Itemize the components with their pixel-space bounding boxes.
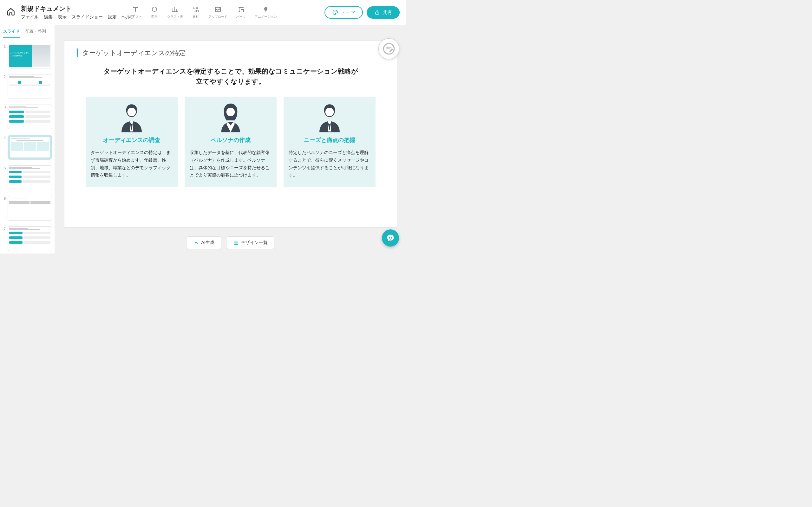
tool-anim[interactable]: アニメーション bbox=[255, 6, 277, 19]
anim-icon bbox=[262, 6, 270, 13]
svg-rect-16 bbox=[234, 241, 236, 242]
main: スライド 配置・整列 1 パーソナルブランディングの作り方 2 bbox=[0, 25, 406, 253]
person-male-icon bbox=[118, 103, 145, 133]
tool-shape-label: 図形 bbox=[151, 14, 158, 19]
svg-point-13 bbox=[128, 108, 136, 116]
tool-text[interactable]: テキスト bbox=[129, 6, 142, 19]
canvas-area: ターゲットオーディエンスの特定 ターゲットオーディエンスを特定することで、効果的… bbox=[55, 25, 406, 253]
thumb-number: 4 bbox=[3, 135, 6, 139]
toolbar: テキスト 図形 グラフ・表 素材 アップロード パーツ アニメーション bbox=[129, 6, 277, 19]
tool-text-label: テキスト bbox=[129, 14, 142, 19]
theme-button-label: テーマ bbox=[341, 9, 355, 15]
slide-lead[interactable]: ターゲットオーディエンスを特定することで、効果的なコミュニケーション戦略が立てや… bbox=[101, 66, 361, 86]
sparkle-icon bbox=[194, 240, 199, 245]
card-3-heading: ニーズと痛点の把握 bbox=[304, 136, 355, 144]
header-right: テーマ 共有 bbox=[324, 6, 400, 19]
tool-chart-label: グラフ・表 bbox=[167, 14, 183, 19]
shape-icon bbox=[151, 6, 158, 13]
tool-upload[interactable]: アップロード bbox=[208, 6, 227, 19]
slide-title[interactable]: ターゲットオーディエンスの特定 bbox=[77, 49, 384, 57]
menu-view[interactable]: 表示 bbox=[58, 14, 67, 19]
card-3[interactable]: ニーズと痛点の把握 特定したペルソナのニーズと痛点を理解することで、彼らに響くメ… bbox=[284, 97, 375, 187]
ai-generate-button[interactable]: AI生成 bbox=[187, 236, 221, 249]
person-female-icon bbox=[217, 103, 244, 133]
palette-icon bbox=[332, 9, 339, 15]
svg-rect-19 bbox=[236, 243, 238, 244]
thumb-number: 3 bbox=[3, 105, 6, 109]
thumb-number: 5 bbox=[3, 165, 6, 170]
svg-rect-7 bbox=[241, 9, 244, 12]
menu-edit[interactable]: 編集 bbox=[44, 14, 53, 19]
menu-slideshow[interactable]: スライドショー bbox=[72, 14, 103, 19]
card-row: オーディエンスの調査 ターゲットオーディエンスの特定は、まず市場調査から始めます… bbox=[77, 97, 384, 187]
tool-parts[interactable]: パーツ bbox=[236, 6, 246, 19]
tool-anim-label: アニメーション bbox=[255, 14, 277, 19]
svg-point-11 bbox=[336, 11, 337, 12]
tool-parts-label: パーツ bbox=[236, 14, 246, 19]
share-icon bbox=[374, 9, 380, 15]
asset-icon bbox=[192, 6, 200, 13]
tool-chart[interactable]: グラフ・表 bbox=[167, 6, 183, 19]
bottom-bar: AI生成 デザイン一覧 bbox=[187, 236, 274, 249]
thumb-slide-4[interactable] bbox=[8, 135, 52, 160]
card-2-heading: ペルソナの作成 bbox=[211, 136, 251, 144]
tool-asset[interactable]: 素材 bbox=[192, 6, 200, 19]
card-1[interactable]: オーディエンスの調査 ターゲットオーディエンスの特定は、まず市場調査から始めます… bbox=[86, 97, 177, 187]
design-list-label: デザイン一覧 bbox=[241, 240, 268, 245]
menu-bar: ファイル 編集 表示 スライドショー 設定 ヘルプ bbox=[21, 14, 139, 20]
pen-circle-icon bbox=[383, 43, 395, 55]
svg-point-1 bbox=[196, 7, 198, 9]
thumb-slide-3[interactable] bbox=[8, 105, 52, 129]
chart-icon bbox=[171, 6, 179, 13]
svg-point-10 bbox=[335, 11, 336, 11]
tool-asset-label: 素材 bbox=[193, 14, 199, 19]
tool-shape[interactable]: 図形 bbox=[151, 6, 158, 19]
svg-point-15 bbox=[325, 108, 334, 116]
design-list-button[interactable]: デザイン一覧 bbox=[227, 236, 274, 249]
layout-icon bbox=[234, 240, 239, 245]
thumb-slide-1[interactable]: パーソナルブランディングの作り方 bbox=[8, 44, 52, 68]
share-button[interactable]: 共有 bbox=[367, 6, 400, 19]
thumb-1-title: パーソナルブランディングの作り方 bbox=[9, 45, 32, 67]
menu-file[interactable]: ファイル bbox=[21, 14, 39, 19]
svg-point-20 bbox=[389, 237, 390, 238]
thumb-slide-5[interactable] bbox=[8, 165, 52, 190]
card-1-body: ターゲットオーディエンスの特定は、まず市場調査から始めます。年齢層、性別、地域、… bbox=[91, 149, 172, 179]
thumb-slide-2[interactable] bbox=[8, 74, 52, 99]
tool-upload-label: アップロード bbox=[208, 14, 227, 19]
menu-settings[interactable]: 設定 bbox=[108, 14, 117, 19]
left-panel: スライド 配置・整列 1 パーソナルブランディングの作り方 2 bbox=[0, 25, 55, 253]
share-button-label: 共有 bbox=[383, 9, 392, 15]
ai-generate-label: AI生成 bbox=[201, 240, 214, 245]
svg-point-9 bbox=[334, 11, 335, 12]
text-icon bbox=[132, 6, 139, 13]
theme-button[interactable]: テーマ bbox=[324, 6, 363, 19]
chat-icon bbox=[386, 233, 395, 242]
svg-rect-18 bbox=[234, 243, 236, 244]
svg-rect-0 bbox=[193, 7, 195, 9]
svg-rect-17 bbox=[236, 241, 238, 242]
card-2-body: 収集したデータを基に、代表的な顧客像（ペルソナ）を作成します。ペルソナは、具体的… bbox=[190, 149, 271, 179]
slide-canvas[interactable]: ターゲットオーディエンスの特定 ターゲットオーディエンスを特定することで、効果的… bbox=[64, 41, 397, 228]
svg-point-14 bbox=[226, 108, 235, 116]
parts-icon bbox=[237, 6, 245, 13]
thumb-number: 7 bbox=[3, 226, 6, 231]
card-3-body: 特定したペルソナのニーズと痛点を理解することで、彼らに響くメッセージやコンテンツ… bbox=[289, 149, 370, 179]
thumb-slide-7[interactable] bbox=[8, 226, 52, 251]
thumb-number: 1 bbox=[3, 44, 6, 48]
svg-point-21 bbox=[391, 237, 392, 238]
svg-point-8 bbox=[264, 7, 267, 11]
chat-fab[interactable] bbox=[382, 229, 399, 246]
thumb-slide-6[interactable] bbox=[8, 196, 52, 221]
thumb-number: 2 bbox=[3, 74, 6, 78]
left-tabs: スライド 配置・整列 bbox=[0, 25, 55, 38]
doc-block: 新規ドキュメント ファイル 編集 表示 スライドショー 設定 ヘルプ bbox=[21, 5, 139, 20]
app-header: 新規ドキュメント ファイル 編集 表示 スライドショー 設定 ヘルプ テキスト … bbox=[0, 0, 406, 25]
tab-arrange[interactable]: 配置・整列 bbox=[26, 29, 46, 38]
doc-title[interactable]: 新規ドキュメント bbox=[21, 5, 139, 12]
home-icon[interactable] bbox=[6, 7, 15, 17]
card-2[interactable]: ペルソナの作成 収集したデータを基に、代表的な顧客像（ペルソナ）を作成します。ペ… bbox=[185, 97, 276, 187]
tab-slides[interactable]: スライド bbox=[3, 29, 20, 38]
upload-icon bbox=[214, 6, 222, 13]
quick-action-fab[interactable] bbox=[378, 38, 399, 59]
